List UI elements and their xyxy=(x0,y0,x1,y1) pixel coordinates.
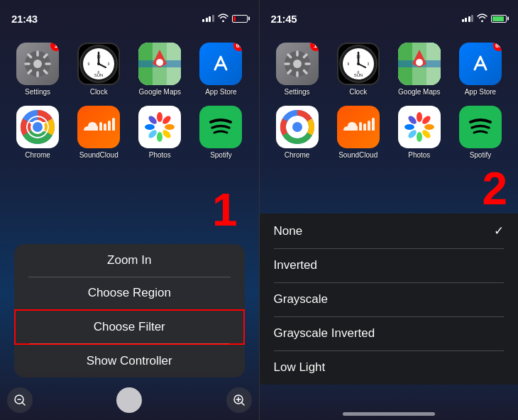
spotify-icon-right xyxy=(459,106,502,148)
svg-text:3: 3 xyxy=(367,62,369,66)
app-label-settings-right: Settings xyxy=(284,88,309,96)
settings-icon-left: 1 xyxy=(16,43,59,85)
app-label-settings-left: Settings xyxy=(25,88,50,96)
spotify-icon-left xyxy=(199,106,242,148)
filter-inverted[interactable]: Inverted xyxy=(260,248,519,282)
maps-icon-left xyxy=(138,43,181,85)
app-chrome-left[interactable]: Chrome xyxy=(10,106,65,159)
app-appstore-right[interactable]: 68 App Store xyxy=(453,43,508,96)
settings-badge-left: 1 xyxy=(50,43,59,51)
svg-point-51 xyxy=(293,60,302,68)
svg-text:9: 9 xyxy=(347,62,349,66)
clock-icon-left: SUN 12 9 3 6 xyxy=(77,43,120,85)
app-appstore-left[interactable]: 68 App Store xyxy=(193,43,248,96)
svg-line-58 xyxy=(304,55,307,57)
svg-point-89 xyxy=(404,124,414,130)
signal-bars-left xyxy=(202,15,214,22)
svg-line-49 xyxy=(241,402,244,405)
filter-inverted-label: Inverted xyxy=(274,258,317,272)
app-label-appstore-left: App Store xyxy=(205,88,236,96)
svg-point-34 xyxy=(157,112,162,122)
app-soundcloud-right[interactable]: SoundCloud xyxy=(331,106,386,159)
svg-point-36 xyxy=(165,124,175,130)
filter-grayscale-inverted-label: Grayscale Inverted xyxy=(274,326,375,341)
svg-text:6: 6 xyxy=(98,70,100,74)
status-icons-left xyxy=(202,13,248,24)
context-menu-choose-region[interactable]: Choose Region xyxy=(14,277,245,309)
svg-line-59 xyxy=(288,70,291,73)
zoom-bar-left xyxy=(7,387,252,413)
svg-point-38 xyxy=(157,132,162,142)
app-grid-left: 1 Settings xyxy=(0,35,259,166)
app-spotify-right[interactable]: Spotify xyxy=(453,106,508,159)
svg-point-64 xyxy=(357,62,360,65)
svg-point-14 xyxy=(97,62,100,65)
app-label-maps-left: Google Maps xyxy=(139,88,181,96)
app-chrome-right[interactable]: Chrome xyxy=(270,106,325,159)
maps-icon-right xyxy=(398,43,441,85)
settings-badge-right: 1 xyxy=(310,43,319,51)
svg-text:9: 9 xyxy=(88,62,90,66)
app-clock-right[interactable]: SUN 12 9 3 6 Clock xyxy=(331,43,386,96)
app-settings-left[interactable]: 1 Settings xyxy=(10,43,65,96)
app-label-appstore-right: App Store xyxy=(465,88,496,96)
svg-line-8 xyxy=(44,55,47,57)
filter-grayscale-label: Grayscale xyxy=(274,292,329,306)
app-soundcloud-left[interactable]: SoundCloud xyxy=(71,106,126,159)
wifi-icon-right xyxy=(477,13,487,24)
appstore-badge-left: 68 xyxy=(233,43,242,51)
filter-none-check: ✓ xyxy=(494,223,504,238)
photos-icon-right xyxy=(398,106,441,148)
filter-menu: None ✓ Inverted Grayscale Grayscale Inve… xyxy=(260,214,519,385)
wifi-icon-left xyxy=(218,13,228,24)
svg-line-7 xyxy=(44,70,47,73)
svg-point-91 xyxy=(415,123,424,131)
battery-right xyxy=(491,15,507,23)
svg-point-81 xyxy=(292,122,302,132)
zoom-handle[interactable] xyxy=(116,387,142,413)
right-phone-panel: 21:45 1 xyxy=(260,0,519,420)
appstore-badge-right: 68 xyxy=(493,43,502,51)
filter-grayscale-inverted[interactable]: Grayscale Inverted xyxy=(260,316,519,350)
soundcloud-icon-left xyxy=(77,106,120,148)
context-menu-choose-filter[interactable]: Choose Filter xyxy=(14,309,245,345)
zoom-in-btn[interactable] xyxy=(226,387,252,413)
status-time-left: 21:43 xyxy=(11,13,38,25)
settings-icon-right: 1 xyxy=(276,43,319,85)
app-label-soundcloud-left: SoundCloud xyxy=(79,151,119,159)
status-icons-right xyxy=(462,13,507,24)
app-label-chrome-left: Chrome xyxy=(25,151,50,159)
svg-text:12: 12 xyxy=(97,55,101,59)
context-menu-show-controller[interactable]: Show Controller xyxy=(14,345,245,377)
appstore-icon-right: 68 xyxy=(459,43,502,85)
app-label-spotify-right: Spotify xyxy=(470,151,492,159)
app-settings-right[interactable]: 1 Settings xyxy=(270,43,325,96)
app-clock-left[interactable]: SUN 12 9 3 6 Clock xyxy=(71,43,126,96)
app-label-photos-right: Photos xyxy=(408,151,430,159)
step-number-right: 2 xyxy=(482,166,507,211)
svg-point-42 xyxy=(155,123,164,131)
app-spotify-left[interactable]: Spotify xyxy=(193,106,248,159)
app-photos-right[interactable]: Photos xyxy=(392,106,447,159)
filter-grayscale[interactable]: Grayscale xyxy=(260,282,519,316)
app-label-spotify-left: Spotify xyxy=(210,151,232,159)
app-maps-left[interactable]: Google Maps xyxy=(132,43,187,96)
filter-low-light[interactable]: Low Light xyxy=(260,350,519,385)
svg-point-32 xyxy=(33,122,43,132)
svg-line-45 xyxy=(22,402,25,405)
chrome-icon-left xyxy=(16,106,59,148)
app-maps-right[interactable]: Google Maps xyxy=(392,43,447,96)
signal-bars-right xyxy=(462,15,474,22)
zoom-out-btn[interactable] xyxy=(7,387,33,413)
home-indicator-right xyxy=(343,412,435,416)
filter-none-label: None xyxy=(274,224,303,238)
app-photos-left[interactable]: Photos xyxy=(132,106,187,159)
photos-icon-left xyxy=(138,106,181,148)
filter-none[interactable]: None ✓ xyxy=(260,214,519,248)
svg-point-83 xyxy=(417,112,422,122)
chrome-icon-right xyxy=(276,106,319,148)
clock-icon-right: SUN 12 9 3 6 xyxy=(337,43,380,85)
context-menu-zoom-in[interactable]: Zoom In xyxy=(14,244,245,277)
filter-low-light-label: Low Light xyxy=(274,360,326,375)
svg-point-26 xyxy=(156,59,163,66)
